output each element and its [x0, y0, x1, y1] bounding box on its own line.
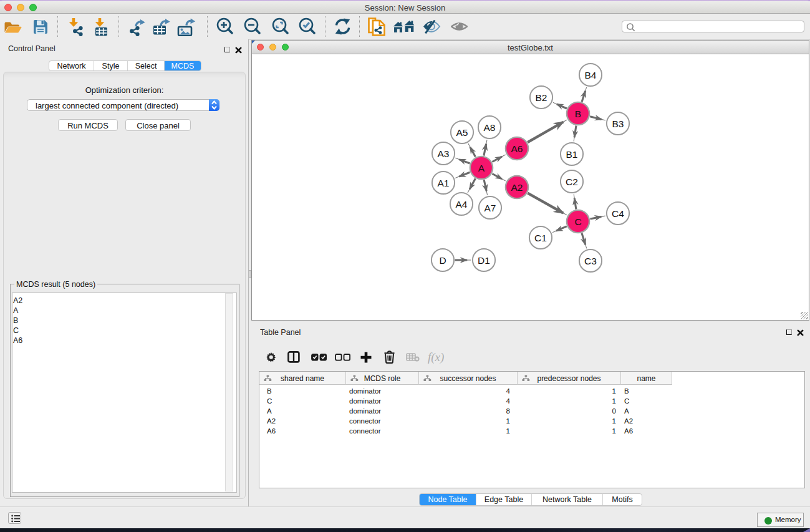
svg-text:A: A [478, 163, 485, 173]
svg-text:B3: B3 [612, 118, 624, 129]
svg-text:B1: B1 [566, 149, 578, 160]
svg-text:D: D [439, 255, 446, 266]
svg-text:C2: C2 [566, 177, 578, 187]
svg-text:A5: A5 [456, 127, 468, 138]
svg-text:A4: A4 [456, 199, 468, 210]
svg-text:C1: C1 [534, 233, 547, 243]
svg-text:D1: D1 [478, 255, 490, 266]
svg-text:B2: B2 [536, 92, 547, 103]
svg-text:A2: A2 [511, 182, 523, 193]
svg-text:B: B [575, 109, 581, 119]
svg-text:A7: A7 [485, 203, 496, 213]
svg-text:A1: A1 [438, 178, 450, 188]
svg-text:C4: C4 [612, 208, 624, 219]
svg-text:C3: C3 [584, 256, 597, 266]
svg-text:C: C [574, 216, 581, 227]
svg-text:B4: B4 [585, 70, 597, 80]
svg-text:A3: A3 [438, 148, 450, 159]
svg-text:A8: A8 [484, 122, 496, 133]
svg-text:A6: A6 [511, 143, 523, 154]
